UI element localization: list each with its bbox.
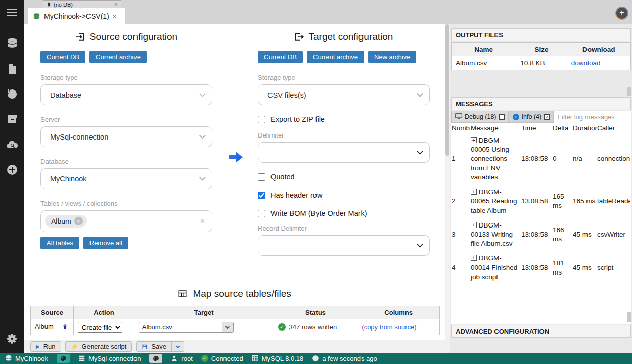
database-select[interactable]: MyChinook — [40, 168, 212, 189]
source-current-archive-button[interactable]: Current archive — [89, 51, 147, 63]
map-tables-title: Map source tables/files — [24, 288, 445, 299]
filter-log-input[interactable] — [554, 111, 631, 123]
source-configuration: Source configuration Current DB Current … — [40, 31, 212, 249]
statusbar-connected: ✓ Connected — [201, 355, 243, 362]
source-storage-type-select[interactable]: Database — [40, 84, 212, 105]
server-select[interactable]: MySql-connection — [40, 126, 212, 147]
server-label: Server — [40, 116, 212, 123]
close-icon[interactable]: × — [113, 13, 117, 20]
output-file-name: Album.csv — [452, 56, 516, 70]
target-current-archive-button[interactable]: Current archive — [307, 51, 364, 63]
log-row: 2 + DBGM-00065 Reading table Album 13:08… — [451, 185, 630, 218]
check-circle-icon: ✓ — [278, 323, 286, 331]
trash-icon[interactable] — [62, 323, 68, 331]
database-label: Database — [40, 158, 212, 165]
map-col-status: Status — [274, 306, 357, 319]
record-delimiter-select[interactable] — [258, 235, 430, 256]
database-icon[interactable] — [0, 31, 24, 56]
expand-icon[interactable]: + — [471, 255, 477, 261]
combo-dropdown-button[interactable] — [222, 322, 233, 332]
copy-from-source-link[interactable]: (copy from source) — [362, 323, 416, 331]
tab-label: MyChinook->CSV(1) — [44, 12, 109, 20]
target-current-db-button[interactable]: Current DB — [258, 51, 303, 63]
add-circle-icon[interactable] — [0, 158, 24, 182]
tab-mychinook-csv[interactable]: MyChinook->CSV(1) × — [28, 8, 125, 24]
save-dropdown-button[interactable] — [171, 342, 184, 351]
expand-icon[interactable]: + — [471, 189, 477, 195]
export-zip-checkbox[interactable] — [258, 116, 265, 123]
lightning-icon: ⚡ — [71, 343, 78, 350]
menu-icon[interactable] — [0, 0, 24, 24]
export-form: Source configuration Current DB Current … — [24, 24, 445, 340]
connection-color-button[interactable] — [149, 354, 162, 363]
map-col-source: Source — [31, 306, 74, 319]
export-zip-label: Export to ZIP file — [270, 115, 325, 123]
settings-gear-icon[interactable] — [0, 327, 24, 351]
msg-col-delta: Delta — [552, 123, 572, 133]
debug-monitor-icon — [455, 113, 462, 121]
write-bom-checkbox[interactable] — [258, 210, 265, 217]
action-select[interactable]: Create file — [78, 322, 122, 333]
info-icon: i — [513, 114, 519, 120]
panel-resize-handle[interactable] — [627, 87, 631, 96]
source-current-db-button[interactable]: Current DB — [40, 51, 85, 63]
history-icon[interactable] — [0, 82, 24, 106]
info-filter-button[interactable]: i Info (4) ✓ — [509, 111, 554, 123]
tables-multiselect[interactable]: Album × × — [40, 210, 212, 232]
save-icon — [142, 344, 148, 350]
quoted-checkbox[interactable] — [258, 173, 265, 181]
statusbar-user[interactable]: root — [171, 355, 192, 362]
archive-icon[interactable] — [0, 107, 24, 131]
close-icon[interactable]: × — [114, 1, 118, 8]
main-scrollbar[interactable] — [445, 24, 450, 340]
all-tables-button[interactable]: All tables — [40, 237, 79, 249]
advanced-configuration-header[interactable]: ADVANCED CONFIGURATION — [451, 325, 631, 338]
expand-icon[interactable]: + — [471, 137, 477, 143]
chevron-down-icon — [417, 148, 423, 155]
statusbar-database[interactable]: MyChinook — [5, 355, 48, 362]
table-chip-album: Album × — [45, 215, 87, 228]
run-button[interactable]: ▶ Run — [30, 341, 61, 352]
remove-all-button[interactable]: Remove all — [83, 237, 128, 249]
target-storage-type-select[interactable]: CSV files(s) — [258, 84, 430, 105]
quoted-label: Quoted — [270, 173, 295, 181]
source-storage-type-label: Storage type — [40, 74, 212, 81]
chevron-down-icon — [199, 132, 206, 139]
target-file-combobox[interactable]: Album.csv — [139, 322, 234, 333]
tab-no-db[interactable]: (no DB) × — [43, 0, 121, 8]
new-archive-button[interactable]: New archive — [368, 51, 417, 63]
expand-icon[interactable]: + — [471, 222, 477, 228]
chevron-down-icon — [199, 90, 206, 97]
checkbox-checked-icon: ✓ — [544, 114, 550, 120]
database-color-button[interactable] — [57, 354, 70, 363]
cloud-search-icon[interactable] — [0, 132, 24, 157]
messages-filter-row: Debug (18) i Info (4) ✓ — [451, 111, 631, 123]
debug-filter-button[interactable]: Debug (18) — [451, 111, 509, 123]
statusbar-connection[interactable]: MySql-connection — [78, 355, 141, 362]
left-sidebar — [0, 0, 24, 353]
save-button[interactable]: Save — [137, 342, 171, 351]
record-delimiter-label: Record Delimiter — [258, 224, 430, 232]
source-to-target-arrow-icon — [229, 152, 244, 163]
messages-header[interactable]: MESSAGES — [451, 97, 631, 110]
new-tab-button[interactable]: + — [615, 7, 628, 20]
target-config-title: Target configuration — [258, 31, 430, 42]
table-row: Album Create file Album.csv ✓ 347 — [31, 319, 440, 335]
has-header-row-checkbox[interactable] — [258, 192, 265, 199]
remove-chip-icon[interactable]: × — [74, 217, 83, 225]
output-files-header[interactable]: OUTPUT FILES — [451, 28, 631, 41]
file-icon[interactable] — [0, 57, 24, 81]
of-col-size: Size — [516, 43, 567, 56]
of-col-name: Name — [452, 43, 516, 56]
map-col-columns: Columns — [357, 306, 440, 319]
map-tables-table: Source Action Target Status Columns Albu… — [30, 306, 440, 335]
map-col-target: Target — [134, 306, 274, 319]
download-link[interactable]: download — [571, 59, 601, 67]
chevron-down-icon — [199, 174, 206, 181]
delimiter-select[interactable] — [258, 142, 430, 163]
clear-selection-icon[interactable]: × — [200, 217, 205, 226]
log-row: 3 + DBGM-00133 Writing file Album.csv 13… — [451, 218, 630, 251]
database-icon — [33, 13, 40, 20]
panel-resize-handle[interactable] — [627, 312, 631, 322]
generate-script-button[interactable]: ⚡ Generate script — [65, 341, 132, 352]
